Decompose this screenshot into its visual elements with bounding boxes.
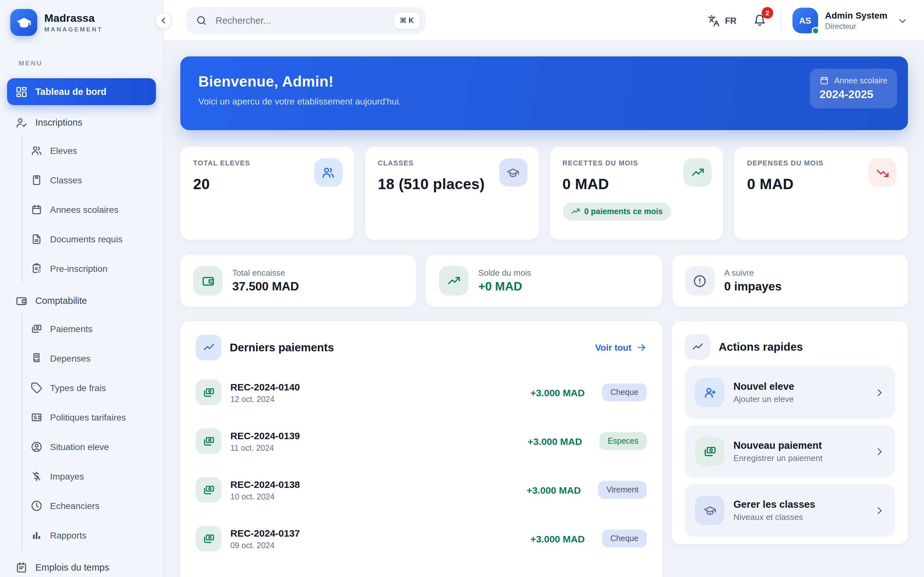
school-year-chip: Annee scolaire 2024-2025 [810, 69, 897, 108]
sidebar-item-annees-scolaires[interactable]: Annees scolaires [23, 195, 163, 224]
chevron-right-icon [874, 387, 885, 398]
user-circle-icon [31, 441, 42, 453]
payment-amount: +3.000 MAD [527, 484, 581, 495]
sidebar-item-paiements[interactable]: Paiements [23, 314, 163, 343]
quick-action-nouvel-eleve[interactable]: Nouvel eleve Ajouter un eleve [685, 366, 895, 419]
summary-label: A suivre [724, 268, 782, 277]
payment-amount: +3.000 MAD [530, 533, 585, 544]
header-divider [780, 11, 781, 30]
welcome-subtitle: Voici un apercu de votre etablissement a… [198, 96, 895, 106]
summary-card-total-encaisse: Total encaisse 37.500 MAD [180, 255, 416, 307]
payment-date: 09 oct. 2024 [230, 541, 521, 550]
sidebar-item-politiques-tarifaires[interactable]: $ Politiques tarifaires [23, 403, 163, 432]
graduation-cap-icon [16, 15, 31, 30]
sidebar-item-situation-eleve[interactable]: Situation eleve [23, 432, 163, 462]
sidebar-item-impayes[interactable]: Impayes [23, 462, 163, 491]
sidebar-item-eleves[interactable]: Eleves [23, 136, 163, 165]
search-bar[interactable]: ⌘ K [186, 7, 425, 34]
sidebar-item-comptabilite[interactable]: Comptabilite [7, 287, 156, 314]
summary-row: Total encaisse 37.500 MAD Solde du mois … [180, 255, 908, 307]
sidebar-item-inscriptions[interactable]: Inscriptions [7, 109, 156, 136]
view-all-payments-link[interactable]: Voir tout [595, 342, 647, 353]
recettes-pill: 0 paiements ce mois [562, 203, 671, 221]
summary-value: 0 impayes [724, 279, 782, 293]
payment-method-badge: Cheque [602, 530, 647, 548]
notifications-button[interactable]: 2 [751, 11, 769, 29]
payment-row[interactable]: REC-2024-0138 10 oct. 2024 +3.000 MAD Vi… [196, 476, 647, 504]
language-label: FR [725, 16, 737, 25]
user-menu[interactable]: AS Admin System Directeur [792, 8, 908, 33]
sidebar-item-echeanciers[interactable]: Echeanciers [23, 491, 163, 521]
sidebar-item-depenses[interactable]: Depenses [23, 343, 163, 373]
avatar: AS [792, 8, 818, 33]
notifications-count-badge: 2 [762, 7, 773, 19]
header-actions: FR 2 AS Admin System Directeur [705, 0, 908, 41]
svg-text:$: $ [34, 414, 37, 420]
summary-value: 37.500 MAD [232, 279, 299, 293]
sidebar-item-types-de-frais[interactable]: Types de frais [23, 373, 163, 403]
stat-card-total-eleves: TOTAL ELEVES 20 [180, 147, 354, 240]
payment-amount: +3.000 MAD [528, 436, 582, 446]
sidebar-item-tableau-de-bord[interactable]: Tableau de bord [7, 78, 156, 105]
trending-down-icon [868, 158, 897, 187]
welcome-title: Bienvenue, Admin! [198, 73, 895, 90]
inscriptions-sub-list: Eleves Classes Annees scolaires [22, 136, 163, 284]
quick-action-gerer-les-classes[interactable]: Gerer les classes Niveaux et classes [685, 484, 895, 537]
avatar-initials: AS [799, 16, 811, 25]
sidebar-item-label: Documents requis [50, 234, 123, 244]
sidebar-item-label: Depenses [50, 353, 90, 364]
arrow-right-icon [636, 342, 647, 353]
chevron-down-icon [897, 15, 908, 26]
sidebar-item-pre-inscription[interactable]: Pre-inscription [23, 254, 163, 284]
book-bookmark-icon [31, 174, 42, 186]
users-icon [31, 145, 42, 156]
sidebar-nav: Tableau de bord Inscriptions Eleves [0, 72, 163, 577]
sidebar-item-label: Politiques tarifaires [50, 412, 126, 422]
sidebar-item-label: Emplois du temps [35, 562, 110, 572]
trending-up-icon [439, 266, 469, 295]
payment-ref: REC-2024-0138 [230, 479, 517, 490]
online-status-dot [812, 27, 819, 35]
recent-payments-panel: Derniers paiements Voir tout [180, 321, 662, 577]
quick-action-title: Gerer les classes [733, 499, 865, 510]
welcome-banner: Bienvenue, Admin! Voici un apercu de vot… [180, 56, 908, 130]
quick-action-subtitle: Ajouter un eleve [733, 394, 865, 404]
brand-subtitle: MANAGEMENT [44, 26, 103, 33]
search-input[interactable] [214, 15, 393, 26]
sidebar-item-classes[interactable]: Classes [23, 165, 163, 195]
sidebar-item-label: Impayes [50, 471, 84, 482]
sidebar-section-label: MENU [19, 59, 163, 67]
sidebar-item-label: Types de frais [50, 383, 106, 393]
payment-row[interactable]: REC-2024-0137 09 oct. 2024 +3.000 MAD Ch… [196, 524, 647, 553]
clipboard-plus-icon [31, 263, 42, 274]
banknote-icon [196, 428, 221, 454]
sidebar-item-label: Tableau de bord [35, 87, 107, 97]
payment-date: 12 oct. 2024 [230, 395, 521, 404]
bottom-section: Derniers paiements Voir tout [180, 321, 908, 577]
sidebar-item-label: Echeanciers [50, 501, 99, 511]
search-icon [196, 15, 207, 26]
payment-ref: REC-2024-0139 [230, 430, 519, 441]
comptabilite-sub-list: Paiements Depenses Types de frais [22, 314, 163, 550]
summary-label: Total encaisse [232, 268, 299, 277]
app: Madrassa MANAGEMENT MENU Tableau de bord… [0, 0, 924, 577]
calendar-icon [31, 204, 42, 215]
activity-icon [685, 334, 710, 359]
banknote-icon [196, 526, 221, 551]
sidebar-item-documents-requis[interactable]: Documents requis [23, 224, 163, 254]
sidebar-item-label: Inscriptions [35, 117, 82, 127]
calendar-icon [820, 76, 829, 85]
sidebar-item-label: Annees scolaires [50, 205, 118, 215]
sidebar-collapse-button[interactable] [155, 12, 172, 29]
banknote-icon [196, 477, 221, 503]
language-switcher[interactable]: FR [705, 12, 739, 29]
dollar-slash-icon [31, 471, 42, 482]
sidebar-item-emplois-du-temps[interactable]: Emplois du temps [7, 554, 156, 577]
payment-method-badge: Virement [598, 481, 647, 499]
activity-icon [196, 335, 221, 360]
quick-action-nouveau-paiement[interactable]: Nouveau paiement Enregistrer un paiement [685, 425, 895, 478]
sidebar-item-label: Eleves [50, 145, 77, 156]
payment-row[interactable]: REC-2024-0139 11 oct. 2024 +3.000 MAD Es… [196, 427, 647, 455]
payment-row[interactable]: REC-2024-0140 12 oct. 2024 +3.000 MAD Ch… [196, 378, 647, 406]
sidebar-item-rapports[interactable]: Rapports [23, 521, 163, 550]
